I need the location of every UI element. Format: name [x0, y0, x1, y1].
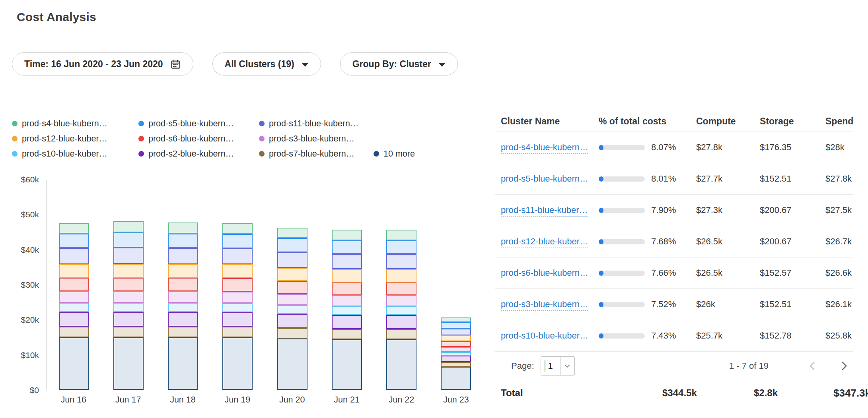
bar-segment[interactable]	[332, 269, 362, 283]
bar-segment[interactable]	[168, 248, 198, 264]
bar-segment[interactable]	[386, 240, 416, 254]
bar-segment[interactable]	[332, 339, 362, 390]
bar-segment[interactable]	[59, 278, 89, 291]
cluster-link[interactable]: prod-s6-blue-kubern…	[501, 268, 588, 279]
bar-segment[interactable]	[113, 312, 144, 327]
stacked-bar[interactable]	[222, 223, 253, 390]
bar-segment[interactable]	[222, 292, 253, 303]
cluster-link[interactable]: prod-s5-blue-kubern…	[501, 174, 588, 185]
bar-segment[interactable]	[113, 291, 144, 303]
bar-segment[interactable]	[168, 278, 198, 291]
legend-item-prod-s2[interactable]: prod-s2-blue-kubern…	[138, 149, 259, 159]
stacked-bar[interactable]	[277, 228, 307, 390]
bar-segment[interactable]	[277, 238, 307, 252]
legend-item-prod-s12[interactable]: prod-s12-blue-kuber…	[12, 134, 138, 144]
bar-segment[interactable]	[222, 278, 253, 292]
bar-segment[interactable]	[441, 367, 471, 390]
bar-segment[interactable]	[168, 312, 198, 327]
bar-segment[interactable]	[441, 341, 471, 347]
bar-segment[interactable]	[113, 278, 144, 291]
stacked-bar[interactable]	[59, 223, 89, 390]
bar-segment[interactable]	[222, 223, 253, 234]
bar-segment[interactable]	[59, 223, 89, 234]
bar-segment[interactable]	[113, 232, 144, 248]
clusters-filter[interactable]: All Clusters (19)	[212, 52, 321, 75]
bar-segment[interactable]	[113, 303, 144, 312]
cluster-link[interactable]: prod-s10-blue-kuber…	[501, 331, 588, 342]
bar-segment[interactable]	[277, 314, 307, 328]
bar-segment[interactable]	[222, 303, 253, 312]
cluster-link[interactable]: prod-s11-blue-kuber…	[501, 205, 588, 217]
prev-page-button[interactable]	[806, 360, 818, 372]
next-page-button[interactable]	[838, 360, 850, 372]
stacked-bar[interactable]	[113, 221, 144, 390]
bar-segment[interactable]	[222, 248, 253, 264]
stacked-bar[interactable]	[386, 230, 416, 390]
bar-segment[interactable]	[168, 291, 198, 303]
bar-segment[interactable]	[222, 234, 253, 248]
legend-item-10-more[interactable]: 10 more	[374, 149, 415, 159]
bar-segment[interactable]	[59, 337, 89, 390]
legend-item-prod-s5[interactable]: prod-s5-blue-kubern…	[138, 119, 259, 129]
bar-segment[interactable]	[277, 228, 307, 238]
bar-segment[interactable]	[332, 315, 362, 329]
page-select[interactable]: 1	[541, 356, 575, 375]
bar-segment[interactable]	[277, 281, 307, 294]
bar-segment[interactable]	[59, 234, 89, 248]
bar-segment[interactable]	[277, 305, 307, 314]
time-range-filter[interactable]: Time: 16 Jun 2020 - 23 Jun 2020	[12, 52, 193, 75]
bar-segment[interactable]	[168, 303, 198, 312]
bar-segment[interactable]	[222, 264, 253, 278]
bar-segment[interactable]	[277, 339, 307, 390]
bar-segment[interactable]	[168, 337, 198, 390]
bar-segment[interactable]	[168, 223, 198, 234]
bar-segment[interactable]	[59, 291, 89, 303]
bar-segment[interactable]	[113, 337, 144, 390]
bar-segment[interactable]	[386, 315, 416, 329]
bar-segment[interactable]	[332, 230, 362, 240]
bar-segment[interactable]	[386, 329, 416, 339]
legend-item-prod-s4[interactable]: prod-s4-blue-kubern…	[12, 119, 138, 129]
bar-segment[interactable]	[222, 337, 253, 390]
bar-segment[interactable]	[332, 329, 362, 339]
bar-segment[interactable]	[113, 248, 144, 264]
legend-item-prod-s6[interactable]: prod-s6-blue-kubern…	[138, 134, 259, 144]
bar-segment[interactable]	[168, 327, 198, 337]
bar-segment[interactable]	[59, 327, 89, 337]
stacked-bar[interactable]	[332, 230, 362, 390]
bar-segment[interactable]	[59, 303, 89, 312]
bar-segment[interactable]	[441, 352, 471, 356]
bar-segment[interactable]	[113, 264, 144, 278]
bar-segment[interactable]	[59, 312, 89, 327]
bar-segment[interactable]	[332, 295, 362, 306]
bar-segment[interactable]	[386, 295, 416, 306]
bar-segment[interactable]	[441, 317, 471, 322]
stacked-bar[interactable]	[441, 317, 471, 390]
bar-segment[interactable]	[386, 306, 416, 315]
bar-segment[interactable]	[332, 283, 362, 295]
group-by-filter[interactable]: Group By: Cluster	[340, 52, 458, 75]
stacked-bar[interactable]	[168, 223, 198, 390]
cluster-link[interactable]: prod-s12-blue-kuber…	[501, 236, 588, 248]
bar-segment[interactable]	[386, 283, 416, 295]
legend-item-prod-s11[interactable]: prod-s11-blue-kubern…	[259, 119, 374, 129]
bar-segment[interactable]	[386, 339, 416, 390]
bar-segment[interactable]	[441, 347, 471, 352]
bar-segment[interactable]	[332, 254, 362, 269]
cluster-link[interactable]: prod-s3-blue-kubern…	[501, 299, 588, 311]
bar-segment[interactable]	[441, 322, 471, 329]
legend-item-prod-s10[interactable]: prod-s10-blue-kuber…	[12, 149, 138, 159]
bar-segment[interactable]	[277, 328, 307, 339]
bar-segment[interactable]	[386, 269, 416, 283]
cluster-link[interactable]: prod-s4-blue-kubern…	[501, 142, 588, 154]
bar-segment[interactable]	[222, 327, 253, 337]
bar-segment[interactable]	[277, 294, 307, 305]
legend-item-prod-s3[interactable]: prod-s3-blue-kubern…	[259, 134, 374, 144]
bar-segment[interactable]	[277, 268, 307, 281]
bar-segment[interactable]	[59, 248, 89, 264]
bar-segment[interactable]	[441, 356, 471, 362]
bar-segment[interactable]	[222, 312, 253, 327]
bar-segment[interactable]	[113, 221, 144, 232]
bar-segment[interactable]	[277, 252, 307, 268]
bar-segment[interactable]	[441, 362, 471, 366]
